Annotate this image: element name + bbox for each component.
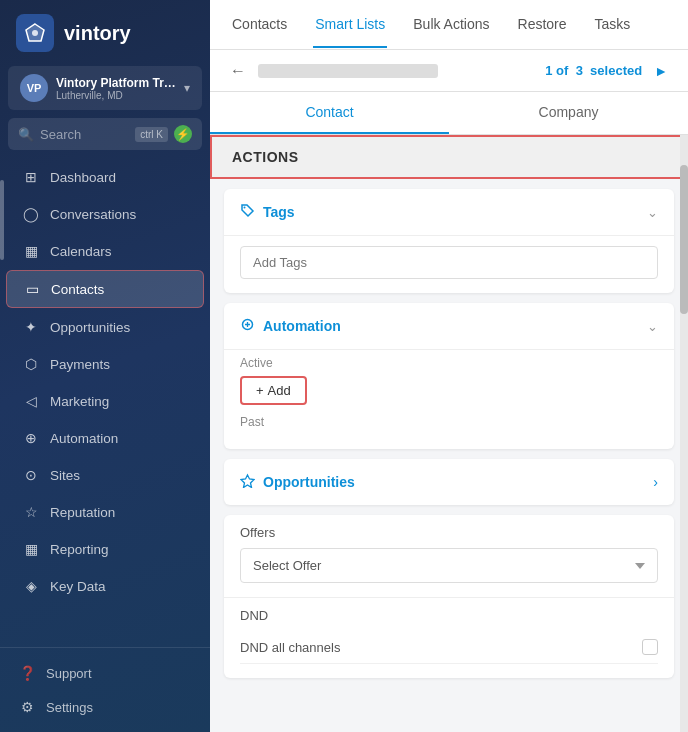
sidebar-label-contacts: Contacts xyxy=(51,282,104,297)
automation-title: Automation xyxy=(263,318,341,334)
tags-icon xyxy=(240,203,255,221)
search-shortcut: ctrl K xyxy=(135,127,168,142)
selected-count: 1 of 3 selected xyxy=(545,63,642,78)
dnd-row-all-channels: DND all channels xyxy=(240,631,658,664)
back-button[interactable]: ← xyxy=(230,62,246,80)
search-bar[interactable]: 🔍 Search ctrl K ⚡ xyxy=(8,118,202,150)
sidebar-item-opportunities[interactable]: ✦ Opportunities xyxy=(6,309,204,345)
tags-title: Tags xyxy=(263,204,295,220)
key-data-icon: ◈ xyxy=(22,578,40,594)
sidebar-nav: ⊞ Dashboard ◯ Conversations ▦ Calendars … xyxy=(0,158,210,647)
marketing-icon: ◁ xyxy=(22,393,40,409)
account-switcher[interactable]: VP Vintory Platform Trai... Lutherville,… xyxy=(8,66,202,110)
scroll-thumb xyxy=(680,165,688,314)
opportunities-section-icon xyxy=(240,473,255,491)
sidebar-bottom: ❓ Support ⚙ Settings xyxy=(0,647,210,732)
actions-label: ACTIONS xyxy=(232,149,299,165)
tags-input[interactable] xyxy=(240,246,658,279)
sidebar-label-conversations: Conversations xyxy=(50,207,136,222)
next-arrow[interactable]: ► xyxy=(654,63,668,79)
sidebar: vintory VP Vintory Platform Trai... Luth… xyxy=(0,0,210,732)
sidebar-label-sites: Sites xyxy=(50,468,80,483)
sidebar-item-marketing[interactable]: ◁ Marketing xyxy=(6,383,204,419)
dnd-section: DND DND all channels xyxy=(224,598,674,678)
logo-icon xyxy=(16,14,54,52)
sidebar-item-dashboard[interactable]: ⊞ Dashboard xyxy=(6,159,204,195)
sidebar-item-key-data[interactable]: ◈ Key Data xyxy=(6,568,204,604)
tags-card: Tags ⌄ xyxy=(224,189,674,293)
tab-tasks[interactable]: Tasks xyxy=(593,2,633,48)
opportunities-icon: ✦ xyxy=(22,319,40,335)
add-automation-button[interactable]: + Add xyxy=(240,376,307,405)
sidebar-label-key-data: Key Data xyxy=(50,579,106,594)
active-label: Active xyxy=(240,356,658,370)
tab-contact[interactable]: Contact xyxy=(210,92,449,134)
reputation-icon: ☆ xyxy=(22,504,40,520)
offers-select[interactable]: Select Offer xyxy=(240,548,658,583)
sidebar-item-conversations[interactable]: ◯ Conversations xyxy=(6,196,204,232)
account-info: Vintory Platform Trai... Lutherville, MD xyxy=(56,76,176,101)
sidebar-label-support: Support xyxy=(46,666,92,681)
opportunities-chevron-right-icon: › xyxy=(653,474,658,490)
tags-section-header[interactable]: Tags ⌄ xyxy=(224,189,674,235)
contact-company-tabs: Contact Company xyxy=(210,92,688,135)
sidebar-item-sites[interactable]: ⊙ Sites xyxy=(6,457,204,493)
tab-bulk-actions[interactable]: Bulk Actions xyxy=(411,2,491,48)
scroll-track[interactable] xyxy=(680,135,688,732)
automation-section-header[interactable]: Automation ⌄ xyxy=(224,303,674,349)
automation-section-body: Active + Add Past xyxy=(224,356,674,449)
sites-icon: ⊙ xyxy=(22,467,40,483)
top-tabs: Contacts Smart Lists Bulk Actions Restor… xyxy=(210,0,688,50)
main-content: Contacts Smart Lists Bulk Actions Restor… xyxy=(210,0,688,732)
app-name: vintory xyxy=(64,22,131,45)
sidebar-item-support[interactable]: ❓ Support xyxy=(8,656,202,690)
plus-icon: + xyxy=(256,383,264,398)
sidebar-item-contacts[interactable]: ▭ Contacts xyxy=(6,270,204,308)
dnd-all-channels-checkbox[interactable] xyxy=(642,639,658,655)
opportunities-card: Opportunities › xyxy=(224,459,674,505)
reporting-icon: ▦ xyxy=(22,541,40,557)
conversations-icon: ◯ xyxy=(22,206,40,222)
sidebar-item-reporting[interactable]: ▦ Reporting xyxy=(6,531,204,567)
opportunities-title: Opportunities xyxy=(263,474,355,490)
automation-divider xyxy=(224,349,674,350)
sidebar-label-reputation: Reputation xyxy=(50,505,115,520)
tab-restore[interactable]: Restore xyxy=(516,2,569,48)
tab-company[interactable]: Company xyxy=(449,92,688,134)
sidebar-label-payments: Payments xyxy=(50,357,110,372)
sidebar-item-reputation[interactable]: ☆ Reputation xyxy=(6,494,204,530)
avatar: VP xyxy=(20,74,48,102)
sidebar-item-payments[interactable]: ⬡ Payments xyxy=(6,346,204,382)
chevron-down-icon: ▾ xyxy=(184,81,190,95)
sidebar-label-settings: Settings xyxy=(46,700,93,715)
svg-point-1 xyxy=(32,30,38,36)
dnd-all-channels-label: DND all channels xyxy=(240,640,340,655)
offers-section: Offers Select Offer xyxy=(224,515,674,597)
automation-card: Automation ⌄ Active + Add Past xyxy=(224,303,674,449)
tab-smart-lists[interactable]: Smart Lists xyxy=(313,2,387,48)
dashboard-icon: ⊞ xyxy=(22,169,40,185)
sidebar-label-marketing: Marketing xyxy=(50,394,109,409)
tags-chevron-icon: ⌄ xyxy=(647,205,658,220)
offers-dnd-card: Offers Select Offer DND DND all channels xyxy=(224,515,674,678)
payments-icon: ⬡ xyxy=(22,356,40,372)
contact-name-blurred xyxy=(258,64,438,78)
sidebar-item-calendars[interactable]: ▦ Calendars xyxy=(6,233,204,269)
automation-chevron-icon: ⌄ xyxy=(647,319,658,334)
tab-contacts[interactable]: Contacts xyxy=(230,2,289,48)
sidebar-scroll-indicator xyxy=(0,180,4,260)
sidebar-label-automation: Automation xyxy=(50,431,118,446)
dnd-label: DND xyxy=(240,608,658,623)
logo-area: vintory xyxy=(0,0,210,66)
tags-title-row: Tags xyxy=(240,203,295,221)
sidebar-item-automation[interactable]: ⊕ Automation xyxy=(6,420,204,456)
opportunities-title-row: Opportunities xyxy=(240,473,355,491)
sidebar-item-settings[interactable]: ⚙ Settings xyxy=(8,690,202,724)
add-label: Add xyxy=(268,383,291,398)
sidebar-label-dashboard: Dashboard xyxy=(50,170,116,185)
sub-header: ← 1 of 3 selected ► xyxy=(210,50,688,92)
sidebar-label-reporting: Reporting xyxy=(50,542,109,557)
opportunities-section-header[interactable]: Opportunities › xyxy=(224,459,674,505)
account-location: Lutherville, MD xyxy=(56,90,176,101)
sidebar-label-calendars: Calendars xyxy=(50,244,112,259)
